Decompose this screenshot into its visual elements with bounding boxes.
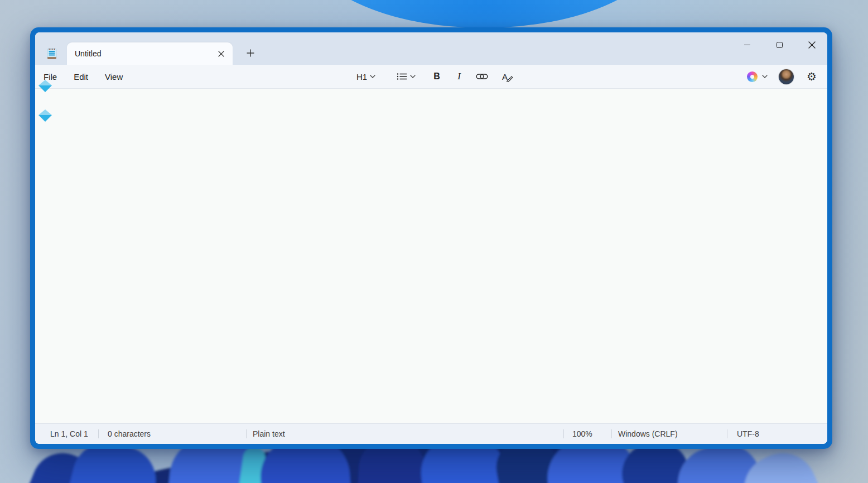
bold-icon: B xyxy=(433,71,440,82)
titlebar[interactable]: Untitled xyxy=(35,32,827,65)
statusbar-divider xyxy=(727,429,727,438)
wallpaper-bloom-top xyxy=(306,0,663,28)
list-dropdown[interactable] xyxy=(392,68,421,85)
statusbar-zoom-level: 100% xyxy=(572,424,592,444)
chevron-down-icon xyxy=(762,75,768,78)
chevron-down-icon xyxy=(410,75,416,78)
maximize-icon xyxy=(777,42,783,48)
close-icon xyxy=(218,51,224,57)
copilot-button[interactable] xyxy=(745,68,770,85)
statusbar-line-endings: Windows (CRLF) xyxy=(618,424,678,444)
menu-file[interactable]: File xyxy=(38,69,62,85)
plus-icon xyxy=(247,49,254,57)
statusbar-divider xyxy=(246,429,247,438)
notepad-window: Untitled xyxy=(30,27,832,449)
link-icon xyxy=(476,72,488,81)
chevron-down-icon xyxy=(370,75,375,78)
gear-icon: ⚙ xyxy=(807,71,817,82)
statusbar-divider xyxy=(611,429,612,438)
new-tab-button[interactable] xyxy=(242,45,259,61)
toolbar-right-group: ⚙ xyxy=(745,65,821,88)
editor-text-area[interactable] xyxy=(35,89,827,423)
account-avatar[interactable] xyxy=(779,69,794,84)
window-content: Untitled xyxy=(35,32,827,444)
heading-label: H1 xyxy=(356,72,367,82)
statusbar-encoding: UTF-8 xyxy=(737,424,759,444)
clear-formatting-button[interactable]: A xyxy=(494,68,515,85)
statusbar-cursor-position: Ln 1, Col 1 xyxy=(50,424,88,444)
settings-button[interactable]: ⚙ xyxy=(803,68,821,85)
copilot-icon xyxy=(747,71,758,82)
statusbar-doc-format: Plain text xyxy=(253,424,285,444)
maximize-button[interactable] xyxy=(767,35,792,55)
menu-edit[interactable]: Edit xyxy=(68,69,94,85)
bold-button[interactable]: B xyxy=(427,68,446,85)
window-controls xyxy=(735,35,824,55)
format-toolbar: H1 B xyxy=(351,65,515,88)
tab-close-button[interactable] xyxy=(214,47,228,60)
tab-title: Untitled xyxy=(75,49,101,58)
tab-untitled[interactable]: Untitled xyxy=(67,42,233,65)
heading-dropdown[interactable]: H1 xyxy=(351,68,380,85)
minimize-button[interactable] xyxy=(735,35,759,55)
notepad-app-icon xyxy=(45,46,59,61)
minimize-icon xyxy=(744,45,750,45)
italic-button[interactable]: I xyxy=(450,68,469,85)
menu-view[interactable]: View xyxy=(99,69,128,85)
statusbar: Ln 1, Col 1 0 characters Plain text 100%… xyxy=(35,423,827,444)
statusbar-divider xyxy=(563,429,564,438)
close-button[interactable] xyxy=(799,35,824,55)
bullet-list-icon xyxy=(397,73,407,80)
link-button[interactable] xyxy=(472,68,492,85)
italic-icon: I xyxy=(457,71,461,82)
statusbar-char-count: 0 characters xyxy=(108,424,151,444)
toolbar-row: File Edit View H1 xyxy=(35,65,827,89)
pencil-icon xyxy=(506,75,513,82)
close-icon xyxy=(808,41,816,49)
menubar: File Edit View xyxy=(38,65,128,88)
statusbar-divider xyxy=(98,429,99,438)
